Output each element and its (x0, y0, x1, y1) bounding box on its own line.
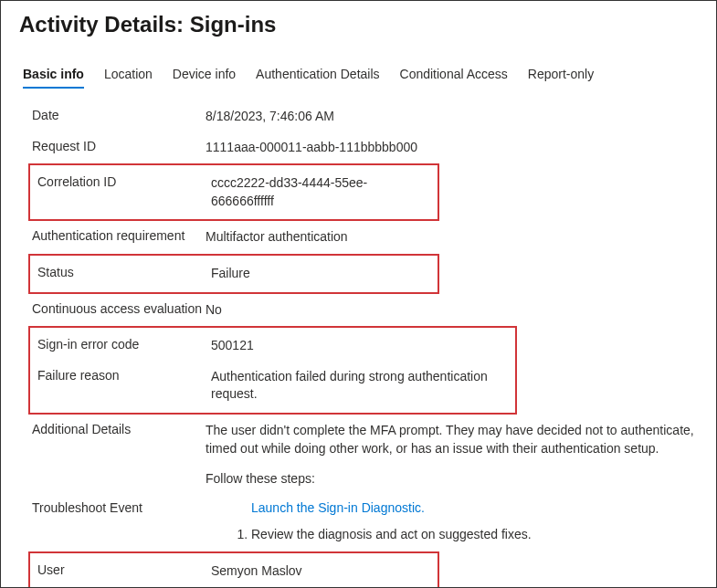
highlight-status: Status Failure (28, 254, 439, 294)
troubleshoot-steps-label: Follow these steps: (206, 470, 694, 488)
value-error-code: 500121 (211, 337, 508, 355)
label-request-id: Request ID (32, 139, 206, 153)
value-auth-requirement: Multifactor authentication (206, 228, 694, 247)
highlight-user-block: User Semyon Maslov Username semaslov@woo… (28, 551, 439, 588)
basic-info-content: Date 8/18/2023, 7:46:06 AM Request ID 11… (19, 101, 698, 588)
row-auth-requirement: Authentication requirement Multifactor a… (28, 222, 698, 253)
highlight-correlation-id: Correlation ID cccc2222-dd33-4444-55ee-6… (28, 163, 439, 221)
label-correlation-id: Correlation ID (37, 174, 211, 189)
value-correlation-id: cccc2222-dd33-4444-55ee-666666ffffff (211, 174, 430, 210)
value-cae: No (206, 301, 694, 320)
highlight-error: Sign-in error code 500121 Failure reason… (28, 326, 517, 415)
launch-signin-diagnostic-link[interactable]: Launch the Sign-in Diagnostic. (251, 499, 694, 518)
row-error-code: Sign-in error code 500121 (34, 331, 511, 362)
value-request-id: 1111aaa-000011-aabb-111bbbbb000 (206, 139, 694, 157)
row-date: Date 8/18/2023, 7:46:06 AM (28, 101, 698, 132)
label-troubleshoot: Troubleshoot Event (32, 500, 206, 515)
label-cae: Continuous access evaluation (32, 301, 206, 316)
activity-details-panel: Activity Details: Sign-ins Basic info Lo… (0, 0, 717, 588)
troubleshoot-steps-list: Review the diagnosis and act on suggeste… (206, 526, 694, 544)
row-failure-reason: Failure reason Authentication failed dur… (34, 362, 511, 410)
value-troubleshoot: Follow these steps: Launch the Sign-in D… (206, 470, 694, 544)
page-title: Activity Details: Sign-ins (19, 12, 698, 37)
label-additional-details: Additional Details (32, 422, 206, 436)
label-status: Status (37, 265, 211, 279)
label-error-code: Sign-in error code (37, 337, 211, 352)
row-request-id: Request ID 1111aaa-000011-aabb-111bbbbb0… (28, 132, 698, 163)
row-troubleshoot: Troubleshoot Event Follow these steps: L… (28, 464, 698, 551)
label-user: User (37, 562, 211, 577)
tabs: Basic info Location Device info Authenti… (19, 63, 698, 89)
tab-authentication-details[interactable]: Authentication Details (256, 63, 379, 89)
value-additional-details: The user didn't complete the MFA prompt.… (206, 422, 694, 457)
value-status: Failure (211, 265, 430, 283)
row-additional-details: Additional Details The user didn't compl… (28, 415, 698, 464)
troubleshoot-step-1: Review the diagnosis and act on suggeste… (251, 526, 694, 544)
value-failure-reason: Authentication failed during strong auth… (211, 368, 508, 404)
value-user-link[interactable]: Semyon Maslov (211, 562, 430, 581)
row-cae: Continuous access evaluation No (28, 295, 698, 326)
label-date: Date (32, 108, 206, 122)
row-user: User Semyon Maslov (34, 556, 434, 587)
tab-device-info[interactable]: Device info (173, 63, 236, 89)
label-failure-reason: Failure reason (37, 368, 211, 383)
tab-report-only[interactable]: Report-only (528, 63, 594, 89)
label-auth-requirement: Authentication requirement (32, 228, 206, 243)
value-date: 8/18/2023, 7:46:06 AM (206, 108, 694, 126)
tab-conditional-access[interactable]: Conditional Access (400, 63, 508, 89)
tab-location[interactable]: Location (104, 63, 153, 89)
row-status: Status Failure (34, 258, 434, 289)
tab-basic-info[interactable]: Basic info (23, 63, 84, 89)
row-correlation-id: Correlation ID cccc2222-dd33-4444-55ee-6… (34, 168, 434, 216)
